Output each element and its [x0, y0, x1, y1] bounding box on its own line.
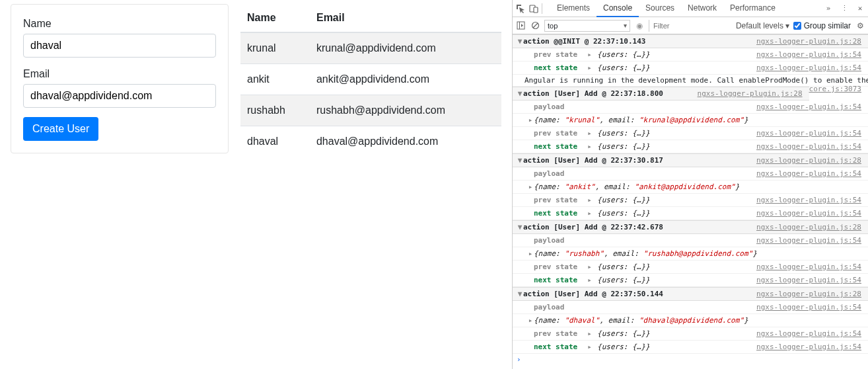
disclosure-arrow-icon[interactable]: ▼ — [517, 222, 523, 232]
console-subbar: top ◉ Default levels ▾ Group similar ⚙ — [513, 17, 868, 34]
filter-input[interactable] — [649, 20, 708, 32]
create-user-button[interactable]: Create User — [23, 117, 98, 141]
source-link[interactable]: ngxs-logger-plugin.js:54 — [756, 262, 864, 272]
table-row: krunalkrunal@appdividend.com — [240, 32, 501, 64]
cell-name: dhaval — [240, 126, 310, 157]
source-link[interactable]: ngxs-logger-plugin.js:54 — [756, 63, 864, 73]
source-link[interactable]: ngxs-logger-plugin.js:28 — [756, 155, 864, 165]
source-link[interactable]: ngxs-logger-plugin.js:54 — [756, 128, 864, 138]
cell-name: rushabh — [240, 95, 310, 126]
disclosure-arrow-icon[interactable]: ▼ — [517, 36, 523, 46]
disclosure-arrow-icon[interactable]: ▸ — [527, 315, 534, 325]
console-log[interactable]: ▼action @@INIT @ 22:37:10.143ngxs-logger… — [513, 34, 868, 369]
table-row: dhavaldhaval@appdividend.com — [240, 126, 501, 157]
console-prompt[interactable]: › — [513, 354, 868, 365]
group-similar-toggle[interactable]: Group similar — [793, 21, 851, 30]
device-toggle-icon[interactable] — [528, 3, 539, 14]
tab-console[interactable]: Console — [597, 0, 639, 17]
svg-line-5 — [533, 23, 538, 28]
app-content: Name Email Create User Name Email krunal… — [0, 0, 512, 369]
console-settings-icon[interactable]: ⚙ — [855, 20, 865, 31]
angular-dev-msg: Angular is running in the development mo… — [524, 76, 868, 85]
inspect-icon[interactable] — [515, 3, 526, 14]
users-table: Name Email krunalkrunal@appdividend.coma… — [240, 4, 501, 157]
source-link[interactable]: ngxs-logger-plugin.js:54 — [756, 169, 864, 179]
source-link[interactable]: ngxs-logger-plugin.js:28 — [756, 36, 864, 46]
disclosure-arrow-icon[interactable]: ▼ — [517, 155, 523, 165]
svg-rect-1 — [534, 7, 538, 13]
tab-performance[interactable]: Performance — [723, 0, 782, 17]
svg-rect-2 — [517, 22, 524, 29]
source-link[interactable]: ngxs-logger-plugin.js:54 — [756, 195, 864, 205]
log-levels-select[interactable]: Default levels ▾ — [736, 21, 789, 30]
source-link[interactable]: ngxs-logger-plugin.js:28 — [756, 222, 864, 232]
cell-email: rushabh@appdividend.com — [310, 95, 501, 126]
table-row: ankitankit@appdividend.com — [240, 64, 501, 95]
eye-icon[interactable]: ◉ — [634, 20, 645, 31]
kebab-menu-icon[interactable]: ⋮ — [839, 3, 850, 14]
cell-email: ankit@appdividend.com — [310, 64, 501, 95]
col-name-header: Name — [240, 4, 310, 32]
source-link[interactable]: ngxs-logger-plugin.js:54 — [756, 329, 864, 339]
source-link[interactable]: ngxs-logger-plugin.js:54 — [756, 208, 864, 218]
disclosure-arrow-icon[interactable]: ▸ — [527, 249, 534, 259]
source-link[interactable]: ngxs-logger-plugin.js:54 — [756, 302, 864, 312]
cell-name: ankit — [240, 64, 310, 95]
disclosure-arrow-icon[interactable]: ▼ — [517, 89, 523, 99]
email-label: Email — [23, 68, 216, 80]
disclosure-arrow-icon[interactable]: ▸ — [527, 182, 534, 192]
source-link[interactable]: ngxs-logger-plugin.js:54 — [756, 142, 864, 151]
tab-sources[interactable]: Sources — [639, 0, 681, 17]
clear-console-icon[interactable] — [530, 20, 540, 31]
tab-network[interactable]: Network — [681, 0, 723, 17]
source-link[interactable]: ngxs-logger-plugin.js:54 — [756, 275, 864, 285]
cell-email: dhaval@appdividend.com — [310, 126, 501, 157]
email-input[interactable] — [23, 84, 216, 108]
source-link[interactable]: ngxs-logger-plugin.js:54 — [756, 342, 864, 352]
tab-elements[interactable]: Elements — [550, 0, 597, 17]
source-link[interactable]: ngxs-logger-plugin.js:54 — [756, 102, 864, 112]
source-link[interactable]: ngxs-logger-plugin.js:54 — [756, 50, 864, 60]
close-devtools-icon[interactable]: ✕ — [855, 3, 865, 14]
context-select[interactable]: top — [544, 20, 630, 32]
source-link[interactable]: ngxs-logger-plugin.js:54 — [756, 235, 864, 245]
source-link[interactable]: ngxs-logger-plugin.js:28 — [698, 89, 805, 99]
col-email-header: Email — [310, 4, 501, 32]
disclosure-arrow-icon[interactable]: ▸ — [527, 115, 534, 125]
disclosure-arrow-icon[interactable]: ▼ — [517, 289, 523, 299]
source-link[interactable]: core.js:3073 — [809, 85, 864, 93]
table-row: rushabhrushabh@appdividend.com — [240, 95, 501, 126]
name-input[interactable] — [23, 34, 216, 58]
source-link[interactable]: ngxs-logger-plugin.js:28 — [756, 289, 864, 299]
cell-email: krunal@appdividend.com — [310, 32, 501, 64]
name-label: Name — [23, 18, 216, 30]
create-user-form: Name Email Create User — [11, 4, 229, 153]
devtools-panel: Elements Console Sources Network Perform… — [512, 0, 868, 369]
sidebar-toggle-icon[interactable] — [515, 20, 526, 31]
more-tabs-icon[interactable]: » — [823, 3, 834, 14]
cell-name: krunal — [240, 32, 310, 64]
devtools-toolbar: Elements Console Sources Network Perform… — [513, 0, 868, 17]
